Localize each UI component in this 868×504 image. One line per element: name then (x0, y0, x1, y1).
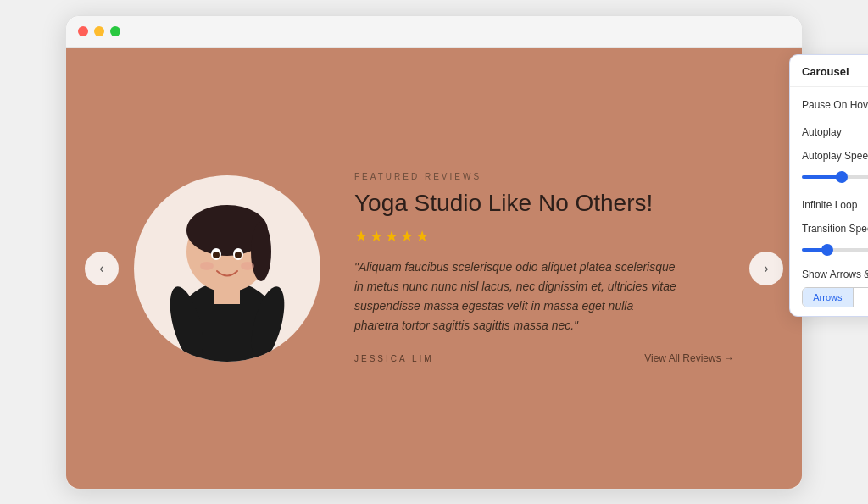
carousel-content: FEATURED REVIEWS Yoga Studio Like No Oth… (66, 138, 802, 398)
dots-button[interactable]: Dots (854, 288, 868, 307)
panel-body: Pause On Hover Autoplay Autoplay Speed (… (790, 87, 868, 316)
review-text-area: FEATURED REVIEWS Yoga Studio Like No Oth… (354, 172, 734, 364)
arrows-dots-section: Show Arrows & Dots Arrows Dots Both (802, 269, 868, 307)
svg-point-9 (200, 262, 214, 270)
carousel-section: ‹ (66, 48, 802, 489)
autoplay-speed-slider[interactable] (802, 175, 868, 179)
autoplay-label: Autoplay (802, 126, 842, 138)
stars: ★★★★★ (354, 227, 734, 246)
infinite-loop-label: Infinite Loop (802, 199, 857, 211)
review-title: Yoga Studio Like No Others! (354, 190, 734, 217)
review-quote: "Aliquam faucibus scelerisque odio aliqu… (354, 258, 676, 335)
reviewer-row: JESSICA LIM View All Reviews → (354, 352, 734, 364)
autoplay-speed-thumb[interactable] (836, 171, 848, 183)
svg-point-7 (213, 252, 220, 258)
arrows-button[interactable]: Arrows (803, 288, 854, 307)
transition-speed-row: Transition Speed (ms) ↺ 585 ▲ ▼ (802, 223, 868, 260)
settings-panel: Carousel ∧ Pause On Hover Autoplay Autop… (789, 54, 868, 317)
browser-window: ‹ (65, 15, 803, 490)
arrows-dots-label: Show Arrows & Dots (802, 269, 868, 280)
traffic-lights (78, 26, 120, 36)
pause-on-hover-row: Pause On Hover (802, 96, 868, 114)
arrows-dots-buttons: Arrows Dots Both (802, 287, 868, 307)
panel-header: Carousel ∧ (790, 55, 868, 87)
reviewer-name: JESSICA LIM (354, 354, 434, 363)
traffic-light-red[interactable] (78, 26, 88, 36)
view-all-link[interactable]: View All Reviews → (644, 352, 734, 364)
svg-point-8 (235, 252, 242, 258)
autoplay-row: Autoplay (802, 123, 868, 141)
traffic-light-yellow[interactable] (94, 26, 104, 36)
carousel-arrow-right[interactable]: › (749, 252, 783, 285)
infinite-loop-row: Infinite Loop (802, 196, 868, 214)
browser-titlebar (66, 16, 802, 48)
panel-title: Carousel (802, 65, 849, 78)
transition-speed-slider[interactable] (802, 248, 868, 252)
svg-point-3 (251, 222, 271, 281)
carousel-arrow-left[interactable]: ‹ (85, 252, 119, 285)
transition-speed-label-row: Transition Speed (ms) ↺ (802, 223, 868, 235)
avatar (134, 175, 320, 362)
pause-on-hover-label: Pause On Hover (802, 99, 868, 111)
autoplay-speed-label-row: Autoplay Speed (ms) ↺ (802, 150, 868, 163)
featured-label: FEATURED REVIEWS (354, 172, 734, 181)
transition-speed-label: Transition Speed (ms) (802, 223, 868, 235)
svg-rect-4 (214, 287, 240, 304)
autoplay-speed-row: Autoplay Speed (ms) ↺ 3156 ▲ ▼ (802, 150, 868, 187)
svg-point-10 (241, 262, 254, 270)
traffic-light-green[interactable] (110, 26, 120, 36)
autoplay-speed-label: Autoplay Speed (ms) (802, 150, 868, 162)
transition-speed-thumb[interactable] (821, 244, 833, 256)
